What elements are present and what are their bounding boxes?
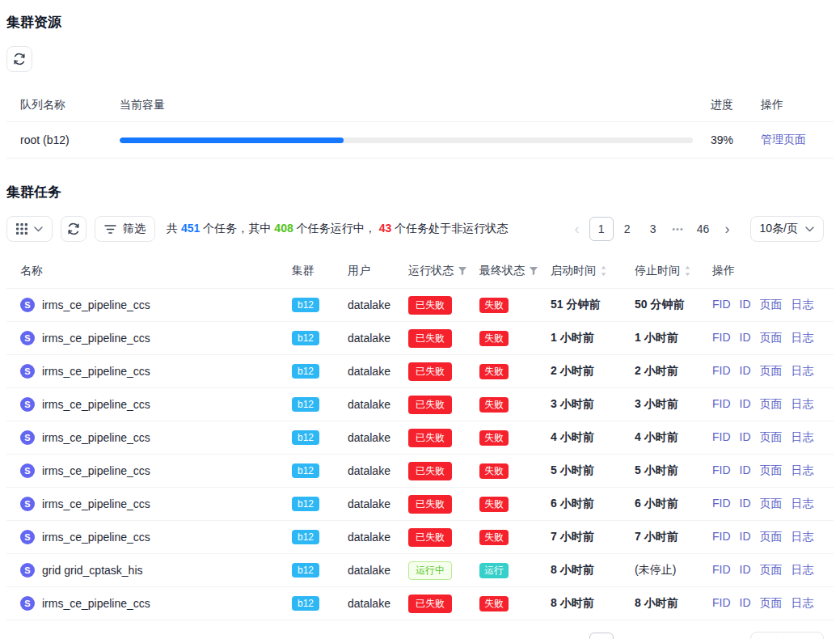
cluster-cell: b12 [292,530,348,544]
pagination-prev-icon[interactable]: ‹ [566,221,589,238]
action-link-页面[interactable]: 页面 [760,563,783,578]
filter-funnel-icon[interactable] [458,266,467,276]
action-link-日志[interactable]: 日志 [791,596,814,611]
action-link-页面[interactable]: 页面 [760,397,783,412]
manage-page-link[interactable]: 管理页面 [761,133,806,146]
run-status-cell: 已失败 [408,528,479,547]
final-status-cell: 失败 [479,397,551,413]
task-name-cell: S grid grid_cptask_his [20,563,292,578]
pagination-next-icon[interactable]: › [716,637,739,639]
pagination-page-46[interactable]: 46 [691,217,715,241]
column-label: 最终状态 [479,264,525,278]
action-link-fid[interactable]: FID [712,331,731,345]
column-run-status: 运行状态 [408,264,479,278]
pagination-ellipsis[interactable]: ••• [666,224,690,234]
queue-row: root (b12) 39% 管理页面 [6,122,834,159]
action-link-id[interactable]: ID [740,430,751,445]
cluster-resources-section: 集群资源 队列名称 当前容量 进度 操作 root (b12) [6,13,834,159]
action-link-页面[interactable]: 页面 [760,596,783,611]
column-name: 名称 [20,264,292,278]
run-status-badge: 已失败 [408,362,452,381]
pagination-page-3[interactable]: 3 [641,217,665,241]
summary-part-1: 共 [167,222,178,235]
summary-running-count: 408 [274,222,293,235]
task-name-cell: S irms_ce_pipeline_ccs [20,331,292,345]
pagination-page-2[interactable]: 2 [615,217,639,241]
action-link-页面[interactable]: 页面 [760,430,783,445]
action-link-页面[interactable]: 页面 [760,298,783,312]
action-link-id[interactable]: ID [740,563,751,578]
cluster-cell: b12 [292,596,348,611]
refresh-tasks-button[interactable] [61,216,87,242]
filter-funnel-icon[interactable] [529,266,538,276]
action-link-id[interactable]: ID [740,331,751,345]
action-link-日志[interactable]: 日志 [791,298,814,312]
cluster-cell: b12 [292,430,348,445]
action-link-日志[interactable]: 日志 [791,530,814,544]
action-link-fid[interactable]: FID [712,430,731,445]
action-link-页面[interactable]: 页面 [760,497,783,511]
action-link-日志[interactable]: 日志 [791,563,814,578]
start-time: 8 小时前 [551,596,635,611]
action-link-页面[interactable]: 页面 [760,530,783,544]
action-link-id[interactable]: ID [740,463,751,478]
column-label: 集群 [292,264,314,278]
action-link-id[interactable]: ID [740,298,751,312]
sort-icon[interactable] [684,265,691,277]
table-row: S irms_ce_pipeline_ccs b12 datalake 已失败 … [6,421,834,455]
pagination-prev-icon[interactable]: ‹ [566,637,589,639]
final-status-cell: 失败 [479,331,551,346]
page-size-select[interactable]: 10条/页 [750,632,824,639]
action-link-日志[interactable]: 日志 [791,497,814,511]
spark-avatar-icon: S [20,596,35,611]
task-name-cell: S irms_ce_pipeline_ccs [20,530,292,544]
action-link-id[interactable]: ID [740,364,751,379]
run-status-badge: 已失败 [408,462,452,480]
refresh-resources-button[interactable] [6,46,32,72]
action-link-fid[interactable]: FID [712,463,731,478]
pagination-page-3[interactable]: 3 [641,633,665,639]
start-time: 6 小时前 [551,497,635,511]
action-link-fid[interactable]: FID [712,530,731,544]
action-link-页面[interactable]: 页面 [760,331,783,345]
pagination-page-46[interactable]: 46 [691,633,715,639]
action-link-日志[interactable]: 日志 [791,397,814,412]
progress-percent: 39% [711,133,761,146]
summary-stopped-count: 43 [379,222,392,235]
action-link-日志[interactable]: 日志 [791,430,814,445]
action-link-fid[interactable]: FID [712,364,731,379]
action-link-页面[interactable]: 页面 [760,364,783,379]
row-actions: FIDID页面日志 [712,331,834,345]
action-link-fid[interactable]: FID [712,563,731,578]
action-link-日志[interactable]: 日志 [791,364,814,379]
cluster-resources-table: 队列名称 当前容量 进度 操作 root (b12) 39% 管理页面 [6,88,834,159]
final-status-badge: 失败 [479,463,509,479]
action-link-fid[interactable]: FID [712,497,731,511]
page-size-label: 10条/页 [760,222,798,236]
queue-name: root (b12) [20,133,120,146]
column-label: 用户 [348,264,370,278]
action-link-id[interactable]: ID [740,397,751,412]
cluster-badge: b12 [292,463,319,478]
action-link-页面[interactable]: 页面 [760,463,783,478]
run-status-badge: 已失败 [408,495,452,514]
action-link-id[interactable]: ID [740,596,751,611]
action-link-fid[interactable]: FID [712,596,731,611]
final-status-cell: 运行 [479,563,551,578]
table-row: S irms_ce_pipeline_ccs b12 datalake 已失败 … [6,289,834,322]
action-link-日志[interactable]: 日志 [791,463,814,478]
sort-icon[interactable] [600,265,607,277]
page-size-select[interactable]: 10条/页 [750,216,824,242]
filter-button[interactable]: 筛选 [95,216,155,242]
action-link-fid[interactable]: FID [712,397,731,412]
pagination-next-icon[interactable]: › [716,221,739,238]
action-link-id[interactable]: ID [740,497,751,511]
pagination-page-1[interactable]: 1 [589,633,614,639]
layout-grid-button[interactable] [6,216,53,242]
pagination-page-1[interactable]: 1 [589,217,614,241]
pagination-page-2[interactable]: 2 [615,633,639,639]
task-user: datalake [348,564,408,577]
action-link-fid[interactable]: FID [712,298,731,312]
action-link-id[interactable]: ID [740,530,751,544]
action-link-日志[interactable]: 日志 [791,331,814,345]
